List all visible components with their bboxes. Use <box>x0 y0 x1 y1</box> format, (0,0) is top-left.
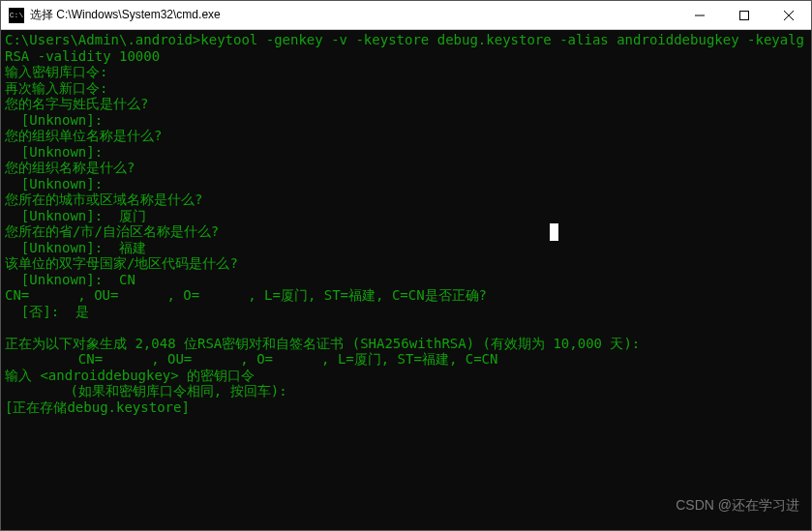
output-line: 您的组织名称是什么? <box>5 160 135 175</box>
terminal-output[interactable]: C:\Users\Admin\.android>keytool -genkey … <box>1 30 811 530</box>
output-line: 您的组织单位名称是什么? <box>5 128 162 143</box>
output-line: [否]: 是 <box>5 304 89 319</box>
output-line: 输入密钥库口令: <box>5 64 107 79</box>
output-line: [Unknown]: 厦门 <box>5 208 146 223</box>
output-line: , L=厦门, ST=福建, C=CN是否正确? <box>248 287 487 303</box>
output-line: [Unknown]: CN <box>5 272 135 287</box>
close-icon <box>784 11 794 20</box>
output-line: 正在为以下对象生成 2,048 位RSA密钥对和自签名证书 (SHA256wit… <box>5 336 640 351</box>
output-line: CN= <box>5 351 103 367</box>
cmd-icon: C:\ <box>9 8 24 23</box>
output-line: [Unknown]: <box>5 176 119 192</box>
output-line: 您的名字与姓氏是什么? <box>5 96 148 111</box>
output-line: [正在存储debug.keystore] <box>5 399 190 415</box>
cmd-window: C:\ 选择 C:\Windows\System32\cmd.exe C:\Us… <box>0 0 812 531</box>
output-line: (如果和密钥库口令相同, 按回车): <box>5 383 287 398</box>
output-line: [Unknown]: <box>5 144 119 160</box>
redacted-value <box>118 289 166 303</box>
output-line: [Unknown]: 福建 <box>5 240 146 255</box>
prompt: C:\Users\Admin\.android> <box>5 32 200 47</box>
maximize-icon <box>739 11 749 20</box>
redacted-value <box>192 353 240 367</box>
window-title: 选择 C:\Windows\System32\cmd.exe <box>30 7 677 23</box>
minimize-icon <box>695 11 705 20</box>
text-cursor <box>550 223 558 241</box>
svg-rect-1 <box>740 11 749 19</box>
window-controls <box>677 1 811 29</box>
redacted-value <box>119 178 167 192</box>
watermark-text: CSDN @还在学习进 <box>676 497 799 514</box>
redacted-value <box>273 353 321 367</box>
output-line: , O= <box>240 351 273 367</box>
output-line: , OU= <box>77 287 118 303</box>
output-line: CN= <box>5 287 29 303</box>
output-line: [Unknown]: <box>5 112 119 128</box>
output-line: 再次输入新口令: <box>5 80 107 96</box>
minimize-button[interactable] <box>677 1 722 29</box>
redacted-value <box>119 146 167 160</box>
redacted-value <box>199 289 248 303</box>
redacted-value <box>119 114 167 128</box>
maximize-button[interactable] <box>722 1 767 29</box>
output-line: 输入 <androiddebugkey> 的密钥口令 <box>5 368 255 383</box>
output-line: , L=厦门, ST=福建, C=CN <box>321 351 497 367</box>
close-button[interactable] <box>767 1 811 29</box>
output-line: , O= <box>166 287 199 303</box>
redacted-value <box>103 353 151 367</box>
output-line: 您所在的城市或区域名称是什么? <box>5 192 202 207</box>
output-line: 该单位的双字母国家/地区代码是什么? <box>5 255 238 271</box>
titlebar[interactable]: C:\ 选择 C:\Windows\System32\cmd.exe <box>1 1 811 30</box>
redacted-value <box>29 289 77 303</box>
output-line: 您所在的省/市/自治区名称是什么? <box>5 223 219 239</box>
output-line: , OU= <box>151 351 192 367</box>
